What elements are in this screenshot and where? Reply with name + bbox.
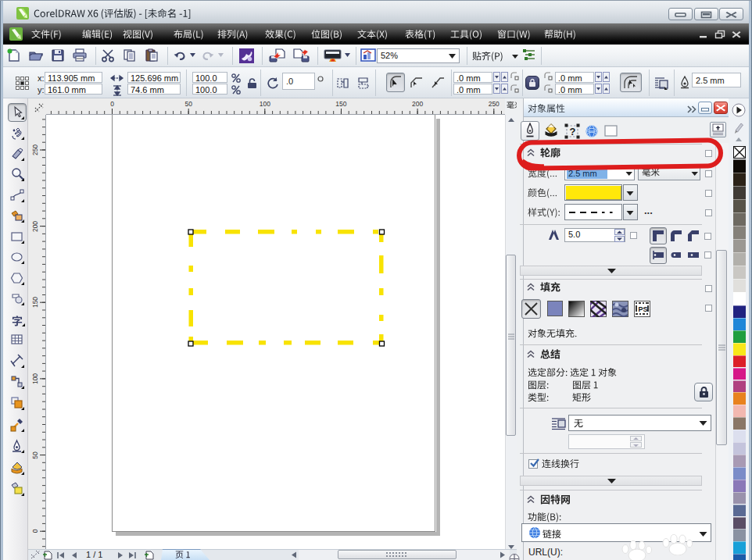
svg-text:?: ? [570,126,576,137]
svg-text:PS: PS [639,305,648,313]
